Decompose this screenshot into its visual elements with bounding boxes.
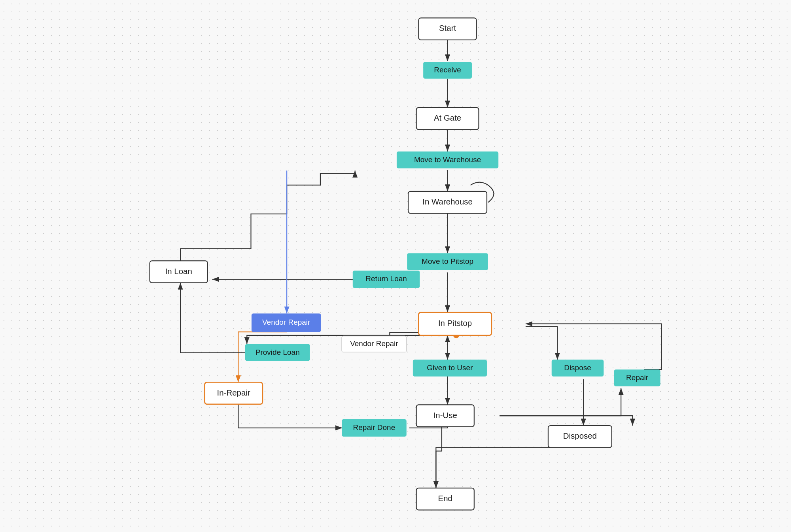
at-gate-label: At Gate (434, 113, 461, 122)
receive-action: Receive (423, 62, 472, 78)
receive-label: Receive (434, 66, 461, 74)
in-loan-node: In Loan (150, 261, 208, 283)
disposed-label: Disposed (563, 431, 597, 440)
vendor-repair-action: Vendor Repair (252, 313, 321, 332)
end-label: End (438, 494, 452, 503)
repair-done-action: Repair Done (342, 419, 407, 437)
move-to-pitstop-label: Move to Pitstop (422, 257, 473, 265)
move-to-pitstop-action: Move to Pitstop (407, 253, 488, 270)
in-loan-label: In Loan (165, 267, 192, 276)
flowchart-diagram: Start Receive At Gate Move to Warehouse … (0, 0, 791, 532)
return-loan-label: Return Loan (365, 275, 407, 283)
in-repair-label: In-Repair (217, 388, 250, 397)
provide-loan-action: Provide Loan (245, 344, 310, 361)
given-to-user-label: Given to User (427, 364, 473, 372)
in-use-node: In-Use (416, 405, 474, 427)
vendor-repair-node: Vendor Repair (342, 336, 407, 352)
disposed-node: Disposed (548, 426, 612, 448)
in-pitstop-label: In Pitstop (438, 318, 472, 328)
dispose-label: Dispose (564, 364, 591, 372)
provide-loan-label: Provide Loan (255, 348, 300, 356)
move-to-warehouse-action: Move to Warehouse (397, 151, 498, 168)
given-to-user-action: Given to User (413, 360, 487, 376)
in-use-label: In-Use (433, 411, 457, 420)
start-label: Start (439, 24, 456, 33)
end-node: End (416, 488, 474, 510)
in-warehouse-node: In Warehouse (408, 191, 487, 214)
at-gate-node: At Gate (416, 108, 479, 130)
return-loan-action: Return Loan (353, 271, 420, 288)
move-to-warehouse-label: Move to Warehouse (414, 155, 481, 164)
in-repair-node: In-Repair (205, 382, 263, 404)
repair-done-label: Repair Done (353, 423, 396, 432)
in-pitstop-node: In Pitstop (418, 312, 491, 335)
vendor-repair-node-label: Vendor Repair (350, 339, 398, 348)
in-warehouse-label: In Warehouse (422, 197, 473, 206)
dispose-action: Dispose (552, 360, 604, 376)
vendor-repair-label: Vendor Repair (262, 318, 310, 326)
start-node: Start (418, 18, 476, 40)
repair-action: Repair (614, 369, 660, 386)
repair-label: Repair (626, 373, 649, 382)
